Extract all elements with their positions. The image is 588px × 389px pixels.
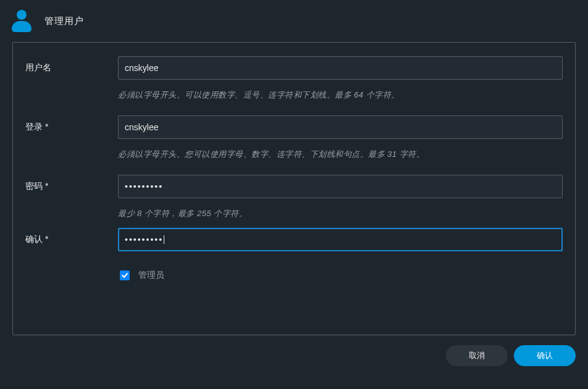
- cancel-button[interactable]: 取消: [446, 345, 508, 366]
- password-input[interactable]: •••••••••: [118, 175, 563, 198]
- login-hint: 必须以字母开头。您可以使用字母、数字、连字符、下划线和句点。最多 31 字符。: [118, 149, 563, 160]
- confirm-button[interactable]: 确认: [514, 345, 576, 366]
- username-hint: 必须以字母开头。可以使用数字、逗号、连字符和下划线。最多 64 个字符。: [118, 90, 563, 101]
- username-label: 用户名: [25, 56, 118, 112]
- admin-checkbox-label: 管理员: [138, 270, 164, 281]
- confirm-input[interactable]: •••••••••: [118, 228, 563, 251]
- form-panel: 用户名 必须以字母开头。可以使用数字、逗号、连字符和下划线。最多 64 个字符。…: [12, 42, 576, 335]
- password-hint: 最少 8 个字符，最多 255 个字符。: [118, 208, 563, 219]
- password-label: 密码 *: [25, 175, 118, 224]
- login-input[interactable]: [118, 115, 563, 139]
- text-caret: [164, 235, 164, 244]
- checkmark-icon: [121, 272, 128, 279]
- username-input[interactable]: [118, 56, 563, 80]
- login-label: 登录 *: [25, 115, 118, 171]
- user-icon: [10, 8, 33, 34]
- dialog-title: 管理用户: [44, 15, 84, 27]
- dialog-footer: 取消 确认: [0, 335, 588, 366]
- admin-checkbox[interactable]: [120, 270, 130, 280]
- dialog-header: 管理用户: [0, 0, 588, 42]
- confirm-label: 确认 *: [25, 228, 118, 281]
